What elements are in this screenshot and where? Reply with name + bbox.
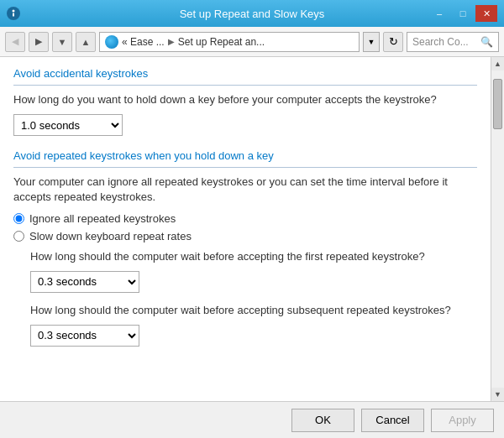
scrollbar[interactable]: ▲ ▼	[491, 57, 504, 401]
radio-slowdown-text: Slow down keyboard repeat rates	[29, 230, 192, 242]
svg-point-1	[13, 10, 15, 13]
avoid-repeated-section: Avoid repeated keystrokes when you hold …	[13, 149, 477, 347]
title-bar-left	[7, 7, 20, 20]
refresh-button[interactable]: ↻	[383, 32, 403, 52]
slow-keys-dropdown[interactable]: 1.0 seconds 0.3 seconds 0.5 seconds 1.5 …	[13, 114, 123, 136]
title-bar-buttons: – □ ✕	[428, 5, 497, 22]
up-button[interactable]: ▲	[76, 32, 96, 52]
back-button[interactable]: ◀	[5, 32, 25, 52]
scrollbar-thumb[interactable]	[493, 79, 502, 129]
globe-icon	[105, 35, 118, 49]
address-part1: « Ease ...	[122, 36, 165, 48]
radio-ignore-label[interactable]: Ignore all repeated keystrokes	[13, 212, 477, 225]
dropdown-nav-icon: ▼	[58, 37, 67, 47]
button-bar: OK Cancel Apply	[0, 401, 504, 438]
avoid-repeated-description: Your computer can ignore all repeated ke…	[13, 175, 477, 205]
first-repeat-question: How long should the computer wait before…	[30, 249, 477, 264]
radio-ignore-text: Ignore all repeated keystrokes	[29, 212, 176, 225]
maximize-button[interactable]: □	[452, 5, 474, 22]
search-box[interactable]: Search Co... 🔍	[407, 32, 499, 52]
app-icon	[7, 7, 20, 20]
apply-button[interactable]: Apply	[431, 409, 494, 432]
subsequent-repeat-dropdown[interactable]: 0.3 seconds 0.5 seconds 1.0 seconds 1.5 …	[30, 325, 139, 347]
address-part2: Set up Repeat an...	[178, 36, 265, 48]
address-dropdown-button[interactable]: ▼	[363, 32, 380, 52]
main-content: Avoid accidental keystrokes How long do …	[0, 57, 504, 401]
section1-divider	[13, 85, 477, 86]
ok-button[interactable]: OK	[291, 409, 354, 432]
scroll-up-button[interactable]: ▲	[491, 57, 505, 70]
title-bar: Set up Repeat and Slow Keys – □ ✕	[0, 0, 504, 27]
scrollbar-track[interactable]	[491, 70, 504, 388]
radio-group: Ignore all repeated keystrokes Slow down…	[13, 212, 477, 242]
sub-section-first: How long should the computer wait before…	[13, 249, 477, 293]
scroll-down-button[interactable]: ▼	[491, 388, 505, 401]
up-icon: ▲	[81, 37, 91, 47]
address-bar: ◀ ▶ ▼ ▲ « Ease ... ▶ Set up Repeat an...…	[0, 27, 504, 57]
scroll-area[interactable]: Avoid accidental keystrokes How long do …	[0, 57, 491, 401]
back-icon: ◀	[12, 36, 18, 47]
forward-button[interactable]: ▶	[29, 32, 49, 52]
address-text: « Ease ... ▶ Set up Repeat an...	[122, 36, 265, 48]
svg-rect-2	[13, 13, 14, 17]
subsequent-repeat-question: How long should the computer wait before…	[30, 303, 477, 318]
search-placeholder: Search Co...	[412, 36, 469, 48]
avoid-accidental-header: Avoid accidental keystrokes	[13, 67, 477, 80]
avoid-accidental-question: How long do you want to hold down a key …	[13, 92, 477, 107]
dropdown-nav-button[interactable]: ▼	[52, 32, 72, 52]
address-dropdown-icon: ▼	[368, 38, 375, 46]
radio-ignore[interactable]	[13, 213, 24, 224]
address-arrow-icon: ▶	[168, 37, 175, 46]
window-title: Set up Repeat and Slow Keys	[180, 8, 325, 20]
avoid-repeated-header: Avoid repeated keystrokes when you hold …	[13, 149, 477, 162]
cancel-button[interactable]: Cancel	[361, 409, 424, 432]
radio-slowdown-label[interactable]: Slow down keyboard repeat rates	[13, 230, 477, 242]
minimize-button[interactable]: –	[428, 5, 450, 22]
refresh-icon: ↻	[389, 35, 398, 48]
close-button[interactable]: ✕	[475, 5, 497, 22]
forward-icon: ▶	[35, 36, 42, 47]
section2-divider	[13, 167, 477, 168]
address-input[interactable]: « Ease ... ▶ Set up Repeat an...	[99, 32, 360, 52]
first-repeat-dropdown[interactable]: 0.3 seconds 0.5 seconds 1.0 seconds 1.5 …	[30, 271, 139, 293]
sub-section-subsequent: How long should the computer wait before…	[13, 303, 477, 347]
radio-slowdown[interactable]	[13, 231, 24, 242]
avoid-accidental-section: Avoid accidental keystrokes How long do …	[13, 67, 477, 136]
search-icon: 🔍	[480, 36, 493, 48]
